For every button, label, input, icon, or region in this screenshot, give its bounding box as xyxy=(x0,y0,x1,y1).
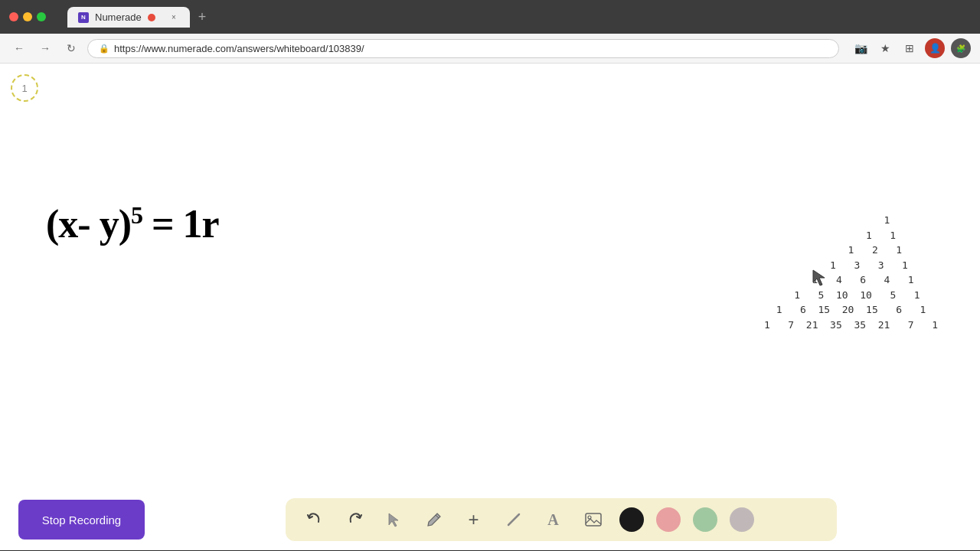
add-button[interactable]: + xyxy=(460,506,488,533)
cursor-indicator xyxy=(812,269,827,287)
page-content: 1 (x- y)5 = 1r 1 1 1 1 2 1 1 3 3 1 1 4 6… xyxy=(0,64,980,550)
pen-button[interactable] xyxy=(420,506,448,533)
extensions-button[interactable]: 🧩 xyxy=(951,38,971,58)
browser-chrome: N Numerade × + ← → ↻ 🔒 https://www.numer… xyxy=(0,0,980,64)
cast-icon[interactable]: 📷 xyxy=(851,39,870,57)
color-black-button[interactable] xyxy=(619,507,644,532)
apps-icon[interactable]: ⊞ xyxy=(900,39,919,57)
bookmark-icon[interactable]: ★ xyxy=(876,39,894,57)
bottom-toolbar: Stop Recording xyxy=(0,489,980,550)
math-left-part: (x- y) xyxy=(46,202,131,246)
triangle-row-2: 1 2 1 xyxy=(764,243,938,258)
address-bar[interactable]: 🔒 https://www.numerade.com/answers/white… xyxy=(87,39,839,58)
triangle-row-1: 1 1 xyxy=(764,228,938,243)
tab-favicon: N xyxy=(78,12,89,23)
active-tab[interactable]: N Numerade × xyxy=(67,7,190,28)
triangle-row-5: 1 5 10 10 5 1 xyxy=(764,288,938,303)
new-tab-button[interactable]: + xyxy=(191,6,213,28)
tab-label: Numerade xyxy=(95,11,142,23)
math-exponent: 5 xyxy=(131,201,142,229)
text-button[interactable]: A xyxy=(540,506,567,533)
recording-indicator xyxy=(148,14,155,21)
nav-right-icons: 📷 ★ ⊞ 👤 🧩 xyxy=(851,38,971,58)
stop-recording-button[interactable]: Stop Recording xyxy=(18,500,145,540)
triangle-row-3: 1 3 3 1 xyxy=(764,258,938,273)
minimize-button[interactable] xyxy=(23,12,32,21)
select-button[interactable] xyxy=(381,506,408,533)
step-number: 1 xyxy=(21,83,27,94)
triangle-row-6: 1 6 15 20 15 6 1 xyxy=(764,302,938,318)
math-equation: (x- y)5 = 1r xyxy=(46,201,219,246)
url-text: https://www.numerade.com/answers/whitebo… xyxy=(114,43,364,54)
triangle-row-0: 1 xyxy=(764,213,938,228)
triangle-row-4: 1 4 6 4 1 xyxy=(764,272,938,288)
back-button[interactable]: ← xyxy=(9,38,29,58)
eraser-button[interactable] xyxy=(500,506,528,533)
pascals-triangle: 1 1 1 1 2 1 1 3 3 1 1 4 6 4 1 1 5 10 10 … xyxy=(764,213,938,332)
extensions-icon-label: 🧩 xyxy=(956,44,965,53)
svg-point-2 xyxy=(588,516,591,519)
forward-button[interactable]: → xyxy=(35,38,55,58)
undo-button[interactable] xyxy=(301,506,328,533)
color-gray-button[interactable] xyxy=(730,507,754,532)
image-button[interactable] xyxy=(580,506,607,533)
lock-icon: 🔒 xyxy=(99,44,109,54)
profile-icon-label: 👤 xyxy=(929,43,941,54)
tabs-bar: N Numerade × + xyxy=(52,6,971,28)
refresh-button[interactable]: ↻ xyxy=(61,38,81,58)
math-equals: = 1r xyxy=(142,202,219,246)
color-green-button[interactable] xyxy=(693,507,717,532)
traffic-lights xyxy=(9,12,46,21)
tab-close-button[interactable]: × xyxy=(168,12,179,23)
color-pink-button[interactable] xyxy=(656,507,681,532)
svg-line-0 xyxy=(508,514,519,525)
profile-button[interactable]: 👤 xyxy=(925,38,945,58)
nav-bar: ← → ↻ 🔒 https://www.numerade.com/answers… xyxy=(0,34,980,64)
title-bar: N Numerade × + xyxy=(0,0,980,34)
svg-rect-1 xyxy=(586,514,601,526)
maximize-button[interactable] xyxy=(37,12,46,21)
redo-button[interactable] xyxy=(341,506,368,533)
close-button[interactable] xyxy=(9,12,18,21)
tool-bar: + A xyxy=(286,498,837,541)
triangle-row-7: 1 7 21 35 35 21 7 1 xyxy=(764,318,938,333)
step-indicator: 1 xyxy=(11,74,38,102)
